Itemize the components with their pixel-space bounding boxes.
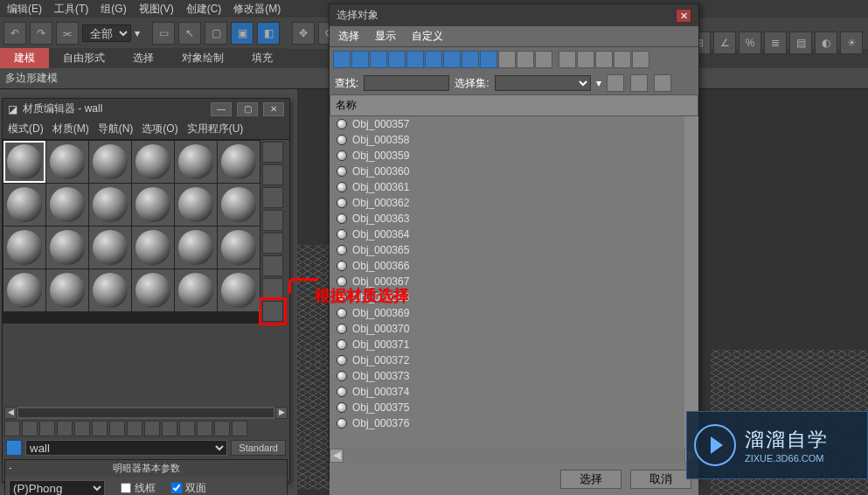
- render-setup-icon[interactable]: ☀: [840, 31, 863, 54]
- list-item[interactable]: Obj_000372: [330, 352, 698, 368]
- select-icon[interactable]: ▭: [152, 22, 175, 45]
- select-dialog-titlebar[interactable]: 选择对象 ✕: [330, 4, 698, 26]
- menu-mode[interactable]: 模式(D): [8, 122, 44, 136]
- get-material-icon[interactable]: [4, 421, 20, 436]
- maximize-button[interactable]: ▢: [237, 102, 258, 116]
- show-map-icon[interactable]: [144, 421, 160, 436]
- background-icon[interactable]: [262, 187, 283, 208]
- cancel-button[interactable]: 取消: [630, 470, 691, 489]
- menu-display[interactable]: 显示: [375, 29, 396, 44]
- material-slot[interactable]: [218, 269, 260, 311]
- material-slot[interactable]: [3, 141, 45, 183]
- filter-geo-icon[interactable]: [333, 51, 351, 68]
- menu-utils[interactable]: 实用程序(U): [187, 122, 244, 136]
- nav-sibling-icon[interactable]: [197, 421, 212, 436]
- list-vscroll[interactable]: [684, 116, 698, 449]
- uv-tiling-icon[interactable]: [262, 210, 283, 231]
- menu-create[interactable]: 创建(C): [186, 2, 222, 17]
- layer-icon[interactable]: ≣: [764, 31, 787, 54]
- set-remove-icon[interactable]: [630, 74, 648, 92]
- video-check-icon[interactable]: [262, 233, 283, 254]
- selection-set-select[interactable]: [495, 75, 591, 91]
- filter-xref-icon[interactable]: [462, 51, 479, 68]
- put-lib-icon[interactable]: [109, 421, 125, 436]
- pick-icon[interactable]: [232, 421, 247, 436]
- material-slot[interactable]: [218, 141, 260, 183]
- filter-none-icon[interactable]: [517, 51, 534, 68]
- close-icon[interactable]: ✕: [676, 9, 691, 23]
- set-add-icon[interactable]: [607, 74, 624, 92]
- redo-icon[interactable]: ↷: [30, 22, 52, 45]
- material-type-button[interactable]: Standard: [231, 440, 286, 456]
- material-slot[interactable]: [132, 141, 174, 183]
- pick-material-icon[interactable]: [6, 440, 22, 456]
- wire-checkbox[interactable]: [121, 483, 131, 493]
- prop-icon[interactable]: [595, 51, 613, 68]
- select-button[interactable]: 选择: [560, 470, 621, 489]
- list-item[interactable]: Obj_000373: [330, 368, 698, 384]
- menu-nav[interactable]: 导航(N): [98, 122, 134, 136]
- menu-custom[interactable]: 自定义: [412, 29, 443, 44]
- put-scene-icon[interactable]: [22, 421, 38, 436]
- filter-cam-icon[interactable]: [388, 51, 406, 68]
- material-slot[interactable]: [46, 184, 88, 226]
- select-arrow-icon[interactable]: ↖: [178, 22, 201, 45]
- filter-space-icon[interactable]: [425, 51, 442, 68]
- material-slot[interactable]: [175, 141, 217, 183]
- filter-invert-icon[interactable]: [535, 51, 552, 68]
- list-item[interactable]: Obj_000359: [330, 148, 698, 164]
- material-slot[interactable]: [132, 184, 174, 226]
- scene-explorer-icon[interactable]: ▤: [789, 31, 812, 54]
- filter-light-icon[interactable]: [370, 51, 387, 68]
- mat-id-icon[interactable]: [127, 421, 142, 436]
- sample-type-icon[interactable]: [262, 142, 283, 163]
- list-item[interactable]: Obj_000376: [330, 415, 698, 431]
- minimize-button[interactable]: —: [211, 102, 232, 116]
- material-slot[interactable]: [89, 141, 131, 183]
- list-item[interactable]: Obj_000375: [330, 400, 698, 415]
- nav-parent-icon[interactable]: [179, 421, 195, 436]
- filter-shape-icon[interactable]: [351, 51, 369, 68]
- list-item[interactable]: Obj_000364: [330, 227, 698, 242]
- list-item[interactable]: Obj_000360: [330, 164, 698, 179]
- list-item[interactable]: Obj_000363: [330, 211, 698, 227]
- filter-helper-icon[interactable]: [406, 51, 424, 68]
- move-icon[interactable]: ✥: [292, 22, 315, 45]
- tab-populate[interactable]: 填充: [238, 48, 287, 68]
- material-icon[interactable]: ◐: [815, 31, 837, 54]
- material-hscroll[interactable]: ◀ ▶: [4, 407, 288, 419]
- tab-freeform[interactable]: 自由形式: [49, 48, 119, 68]
- scroll-left-icon[interactable]: ◀: [4, 407, 17, 419]
- material-slot[interactable]: [3, 269, 45, 311]
- list-item[interactable]: Obj_000366: [330, 258, 698, 274]
- material-slot[interactable]: [89, 269, 131, 311]
- percent-snap-icon[interactable]: %: [739, 31, 761, 54]
- material-slot[interactable]: [46, 141, 88, 183]
- material-slot[interactable]: [89, 227, 131, 268]
- find-input[interactable]: [364, 75, 449, 91]
- menu-edit[interactable]: 编辑(E): [7, 2, 42, 17]
- object-list[interactable]: Obj_000357Obj_000358Obj_000359Obj_000360…: [330, 116, 698, 449]
- material-slot[interactable]: [3, 227, 45, 268]
- material-slot[interactable]: [89, 184, 131, 226]
- list-item[interactable]: Obj_000365: [330, 242, 698, 258]
- make-unique-icon[interactable]: [92, 421, 108, 436]
- material-slot[interactable]: [46, 227, 88, 268]
- preview-icon[interactable]: [262, 255, 283, 276]
- list-item[interactable]: Obj_000362: [330, 195, 698, 211]
- two-sided-checkbox[interactable]: [171, 483, 182, 493]
- rect-region-icon[interactable]: ◧: [257, 22, 280, 45]
- nav-child-icon[interactable]: [214, 421, 230, 436]
- menu-view[interactable]: 视图(V): [139, 2, 174, 17]
- list-item[interactable]: Obj_000367: [330, 274, 698, 289]
- material-name-select[interactable]: wall: [25, 440, 227, 456]
- material-slot[interactable]: [132, 269, 174, 311]
- menu-tools[interactable]: 工具(T): [54, 2, 88, 17]
- list-column-header[interactable]: 名称: [330, 94, 698, 116]
- select-region-icon[interactable]: ▢: [205, 22, 227, 45]
- reset-icon[interactable]: [57, 421, 73, 436]
- copy-icon[interactable]: [74, 421, 90, 436]
- material-slot[interactable]: [175, 184, 217, 226]
- scroll-left-icon[interactable]: ◀: [330, 449, 344, 463]
- material-slot[interactable]: [46, 269, 88, 311]
